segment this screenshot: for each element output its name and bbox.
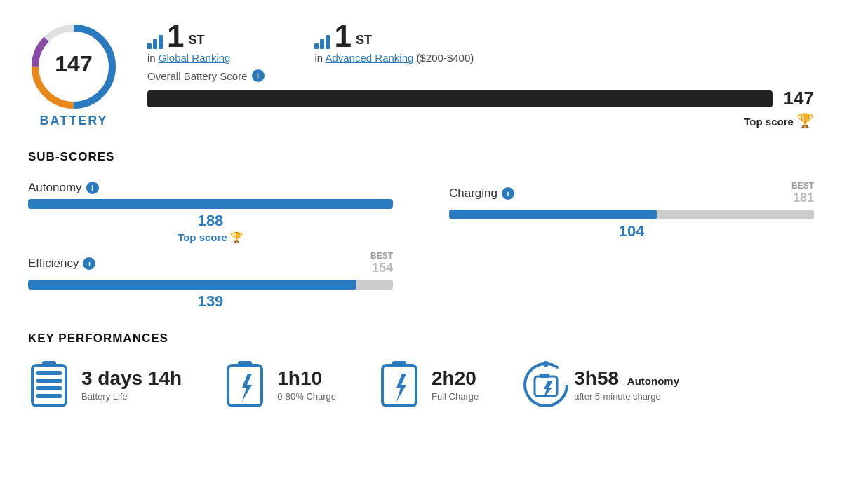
battery-clock-svg (521, 360, 571, 410)
svg-rect-6 (42, 361, 56, 367)
battery-full-svg (28, 360, 70, 410)
overall-info-icon[interactable]: i (252, 69, 265, 82)
chart-bars-icon-2 (314, 35, 330, 49)
autonomy-5min-sublabel: after 5-minute charge (574, 391, 679, 402)
global-rank-top: 1 ST (147, 21, 230, 52)
efficiency-info-icon[interactable]: i (83, 257, 95, 270)
autonomy-label-row: Autonomy i (28, 181, 393, 195)
battery-life-value: 3 days 14h (81, 368, 182, 390)
badge-score: 147 (55, 51, 92, 77)
full-charge-value: 2h20 (432, 368, 479, 390)
svg-rect-20 (540, 374, 549, 378)
battery-life-sublabel: Battery Life (81, 391, 182, 402)
svg-rect-15 (392, 361, 406, 367)
battery-badge-container: 147 BATTERY (28, 21, 119, 128)
key-perf-title: KEY PERFORMANCES (28, 332, 814, 346)
key-performances-section: KEY PERFORMANCES 3 days 14h Bat (28, 332, 814, 410)
advanced-rank-ordinal: ST (356, 33, 372, 48)
perf-battery-life: 3 days 14h Battery Life (28, 360, 182, 410)
battery-charge-svg1 (224, 360, 266, 410)
header-section: 147 BATTERY 1 ST in Global Ranking (28, 21, 814, 129)
perf-full-charge: 2h20 Full Charge (378, 360, 479, 410)
autonomy-label-text: Autonomy (28, 181, 82, 195)
top-score-text: Top score (744, 116, 794, 128)
charging-bar-fill (449, 210, 657, 219)
efficiency-label-text: Efficiency (28, 257, 79, 271)
sub-scores-grid: Autonomy i 188 Top score 🏆 Charging i (28, 181, 814, 311)
perf-autonomy-5min: 3h58 Autonomy after 5-minute charge (521, 360, 679, 410)
efficiency-bar-wrap (28, 280, 393, 290)
sub-score-charging: Charging i BEST181 104 (449, 181, 814, 244)
overall-bar-score: 147 (784, 88, 814, 109)
sub-score-autonomy: Autonomy i 188 Top score 🏆 (28, 181, 393, 244)
advanced-ranking-range: ($200-$400) (417, 52, 474, 64)
efficiency-score: 139 (28, 292, 393, 311)
autonomy-inline-label: Autonomy (627, 375, 679, 387)
autonomy-top-score: Top score 🏆 (28, 231, 393, 244)
trophy-icon: 🏆 (796, 112, 814, 129)
efficiency-bar-bg (28, 280, 393, 290)
overall-bar-outer (147, 90, 773, 107)
efficiency-label: Efficiency i (28, 257, 95, 271)
charge-0-80-text: 1h10 0-80% Charge (277, 368, 336, 402)
charge-0-80-icon (224, 360, 266, 410)
charging-bar-bg (449, 210, 814, 219)
global-rank-ordinal: ST (188, 33, 204, 48)
charging-label-text: Charging (449, 186, 497, 200)
autonomy-5min-icon (521, 360, 563, 410)
charge-0-80-sublabel: 0-80% Charge (277, 391, 336, 402)
autonomy-bar-wrap (28, 199, 393, 209)
charging-bar-wrap (449, 210, 814, 219)
charging-score: 104 (449, 222, 814, 240)
autonomy-bar-fill (28, 199, 393, 209)
svg-marker-13 (242, 374, 252, 402)
global-ranking: 1 ST in Global Ranking (147, 21, 230, 64)
battery-charge-svg2 (378, 360, 420, 410)
full-charge-icon (378, 360, 420, 410)
perf-charge-0-80: 1h10 0-80% Charge (224, 360, 336, 410)
advanced-rank-label: in Advanced Ranking ($200-$400) (314, 52, 474, 64)
battery-label: BATTERY (28, 114, 119, 128)
overall-bar-fill (147, 90, 773, 107)
svg-rect-12 (238, 361, 252, 367)
svg-rect-9 (36, 386, 62, 390)
battery-badge: 147 (28, 21, 119, 112)
rankings-row: 1 ST in Global Ranking 1 ST in Advanced (147, 21, 814, 64)
overall-top-score: Top score 🏆 (147, 112, 814, 129)
advanced-rank-number: 1 (334, 21, 351, 52)
global-ranking-link[interactable]: Global Ranking (159, 52, 231, 64)
sub-score-efficiency: Efficiency i BEST154 139 (28, 251, 393, 311)
overall-bar-row: 147 (147, 88, 814, 109)
overall-score-section: Overall Battery Score i 147 Top score 🏆 (147, 69, 814, 129)
full-charge-text: 2h20 Full Charge (432, 368, 479, 402)
charging-best: BEST181 (791, 181, 814, 205)
autonomy-label: Autonomy i (28, 181, 99, 195)
svg-marker-21 (544, 381, 553, 397)
efficiency-bar-fill (28, 280, 356, 290)
autonomy-bar-bg (28, 199, 393, 209)
chart-bars-icon (147, 35, 163, 49)
charging-label: Charging i (449, 186, 514, 200)
autonomy-info-icon[interactable]: i (86, 182, 99, 194)
full-charge-sublabel: Full Charge (432, 391, 479, 402)
key-perf-grid: 3 days 14h Battery Life 1h10 0-80% Charg… (28, 360, 814, 410)
autonomy-5min-text: 3h58 Autonomy after 5-minute charge (574, 368, 679, 402)
charging-info-icon[interactable]: i (502, 187, 514, 200)
battery-life-icon (28, 360, 70, 410)
overall-score-label: Overall Battery Score (147, 70, 248, 82)
svg-rect-7 (36, 371, 62, 375)
overall-score-title: Overall Battery Score i (147, 69, 814, 82)
sub-scores-section: SUB-SCORES Autonomy i 188 Top score 🏆 (28, 150, 814, 311)
advanced-ranking-link[interactable]: Advanced Ranking (325, 52, 413, 64)
global-rank-label: in Global Ranking (147, 52, 230, 64)
header-content: 1 ST in Global Ranking 1 ST in Advanced (147, 21, 814, 129)
efficiency-label-row: Efficiency i BEST154 (28, 251, 393, 275)
autonomy-5min-value: 3h58 Autonomy (574, 368, 679, 390)
svg-point-18 (543, 361, 549, 367)
global-rank-number: 1 (167, 21, 184, 52)
autonomy-score: 188 (28, 212, 393, 230)
advanced-ranking: 1 ST in Advanced Ranking ($200-$400) (314, 21, 474, 64)
svg-rect-8 (36, 379, 62, 383)
battery-life-text: 3 days 14h Battery Life (81, 368, 182, 402)
svg-marker-16 (396, 374, 406, 402)
